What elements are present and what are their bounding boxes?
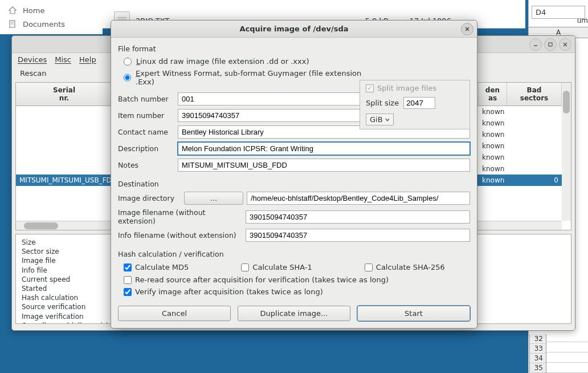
info-filename-label: Info filename (without extension) — [118, 231, 241, 240]
rescan-button[interactable]: Rescan — [18, 68, 49, 79]
th-serial[interactable]: Serialnr. — [16, 83, 113, 106]
sha1-checkbox[interactable] — [241, 263, 249, 271]
sha256-checkbox[interactable] — [365, 263, 373, 271]
radio-dd-row[interactable]: Linux dd raw image (file extension .dd o… — [118, 55, 362, 67]
th-hidden[interactable]: denas — [479, 83, 507, 106]
radio-dd-label: Linux dd raw image (file extension .dd o… — [136, 57, 309, 66]
cell-hidden: known — [479, 175, 507, 185]
dir-browse-button[interactable]: ... — [184, 192, 243, 205]
img-filename-label: Image filename (without extension) — [118, 208, 241, 225]
sidebar-item-home[interactable]: Home — [0, 3, 103, 17]
md5-checkbox[interactable] — [124, 263, 132, 271]
th-bad[interactable]: Badsectors — [507, 83, 562, 106]
reread-row[interactable]: Re-read source after acquisition for ver… — [118, 274, 470, 286]
minimize-button[interactable] — [529, 38, 542, 51]
cell-serial: MITSUMI_MITSUMI_USB_FD — [16, 175, 113, 185]
dir-input[interactable] — [247, 192, 470, 205]
spreadsheet-cells[interactable] — [546, 332, 588, 373]
split-size-label: Split size — [366, 99, 399, 107]
row-number[interactable]: 33 — [530, 344, 546, 354]
reread-label: Re-read source after acquisition for ver… — [135, 275, 389, 284]
documents-icon — [8, 19, 17, 29]
file-manager-sidebar: Home Documents — [0, 0, 103, 34]
radio-ewf[interactable] — [124, 74, 131, 82]
sha1-label: Calculate SHA-1 — [252, 263, 312, 271]
md5-label: Calculate MD5 — [135, 263, 189, 271]
split-options: ✓ Split image files Split size GiB — [360, 80, 470, 129]
row-numbers: 32 33 34 35 — [529, 334, 546, 373]
split-checkbox-row: ✓ Split image files — [366, 84, 464, 92]
split-unit-select[interactable]: GiB — [366, 113, 394, 125]
radio-ewf-label: Expert Witness Format, sub-format Guymag… — [136, 69, 362, 86]
info-filename-input[interactable] — [246, 229, 470, 242]
cell-bad: 0 — [507, 175, 562, 185]
split-label: Split image files — [377, 84, 436, 92]
sidebar-home-label: Home — [23, 6, 44, 15]
sidebar-item-documents[interactable]: Documents — [0, 17, 103, 31]
radio-dd[interactable] — [124, 58, 132, 66]
sha1-row[interactable]: Calculate SHA-1 — [241, 263, 312, 271]
acquire-dialog: Acquire image of /dev/sda File format Li… — [111, 20, 477, 329]
sha256-row[interactable]: Calculate SHA-256 — [365, 263, 445, 271]
destination-label: Destination — [118, 180, 470, 188]
notes-label: Notes — [118, 161, 173, 169]
md5-row[interactable]: Calculate MD5 — [124, 263, 189, 271]
svg-rect-4 — [549, 43, 552, 46]
sha256-label: Calculate SHA-256 — [376, 263, 445, 271]
cancel-button[interactable]: Cancel — [118, 306, 231, 321]
row-number[interactable]: 34 — [530, 354, 546, 363]
menu-misc[interactable]: Misc — [55, 55, 71, 64]
split-checkbox: ✓ — [366, 84, 374, 92]
reread-checkbox[interactable] — [124, 276, 132, 284]
split-size-input[interactable] — [403, 97, 435, 109]
dialog-close-button[interactable] — [461, 23, 473, 35]
desc-label: Description — [118, 144, 173, 153]
file-format-label: File format — [118, 44, 470, 53]
row-number[interactable]: 35 — [530, 363, 546, 373]
verify-label: Verify image after acquisition (takes tw… — [135, 287, 323, 296]
verify-checkbox[interactable] — [124, 288, 132, 296]
maximize-button[interactable] — [544, 38, 557, 51]
notes-input[interactable] — [178, 159, 470, 172]
img-filename-input[interactable] — [246, 210, 470, 224]
desc-input[interactable] — [178, 142, 470, 155]
close-icon — [464, 26, 470, 32]
menu-help[interactable]: Help — [79, 55, 96, 64]
radio-ewf-row[interactable]: Expert Witness Format, sub-format Guymag… — [118, 67, 362, 88]
vertical-scrollbar[interactable] — [562, 83, 571, 221]
batch-label: Batch number — [118, 95, 173, 103]
duplicate-button[interactable]: Duplicate image... — [238, 306, 350, 321]
menu-devices[interactable]: Devices — [18, 55, 47, 64]
dir-label: Image directory — [118, 194, 179, 202]
contact-label: Contact name — [118, 128, 173, 136]
verify-row[interactable]: Verify image after acquisition (takes tw… — [118, 286, 470, 298]
home-icon — [8, 6, 17, 15]
item-label: Item number — [118, 111, 173, 120]
chevron-down-icon — [385, 117, 390, 122]
hash-label: Hash calculation / verification — [118, 250, 470, 258]
row-number[interactable]: 32 — [530, 334, 546, 344]
sidebar-documents-label: Documents — [23, 20, 65, 29]
start-button[interactable]: Start — [357, 306, 470, 321]
corner-fragment: um — [577, 17, 588, 25]
close-button[interactable] — [559, 38, 571, 51]
dialog-title: Acquire image of /dev/sda — [240, 25, 349, 33]
dialog-titlebar[interactable]: Acquire image of /dev/sda — [111, 21, 477, 38]
